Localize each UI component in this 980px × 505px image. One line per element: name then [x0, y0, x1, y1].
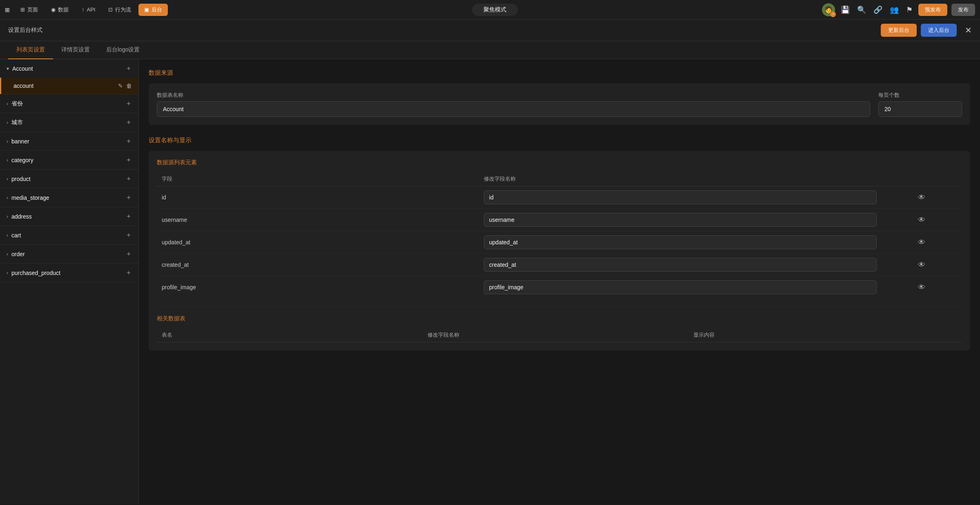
- tabs-bar: 列表页设置 详情页设置 后台logo设置: [0, 41, 980, 59]
- table-name-group: 数据表名称: [157, 92, 870, 117]
- field-value-input[interactable]: [484, 280, 877, 294]
- add-city-icon[interactable]: ＋: [125, 118, 132, 127]
- field-value-input[interactable]: [484, 258, 877, 272]
- visibility-toggle-button[interactable]: 👁: [918, 283, 925, 292]
- sidebar-group-order-header[interactable]: › order ＋: [0, 245, 138, 263]
- field-actions-cell: 👁: [882, 231, 962, 254]
- update-backend-button[interactable]: 更新后台: [881, 24, 917, 37]
- field-value-input[interactable]: [484, 190, 877, 204]
- pre-publish-button[interactable]: 预发布: [918, 4, 947, 16]
- api-icon: ↑: [82, 7, 85, 13]
- add-account-icon[interactable]: ＋: [125, 64, 132, 73]
- sidebar-group-address-header[interactable]: › address ＋: [0, 207, 138, 226]
- add-order-icon[interactable]: ＋: [125, 250, 132, 258]
- nav-center: 聚焦模式: [169, 4, 820, 16]
- sidebar-group-order: › order ＋: [0, 245, 138, 264]
- chevron-right-icon: ›: [7, 195, 8, 201]
- datasource-elements-label: 数据源列表元素: [157, 159, 962, 166]
- sidebar-group-cart: › cart ＋: [0, 226, 138, 245]
- table-name-label: 数据表名称: [157, 92, 870, 99]
- col-field-header: 字段: [157, 172, 479, 186]
- datasource-title: 数据来源: [149, 69, 970, 77]
- add-province-icon[interactable]: ＋: [125, 99, 132, 108]
- add-media-storage-icon[interactable]: ＋: [125, 193, 132, 202]
- sidebar-group-product: › product ＋: [0, 170, 138, 188]
- logo: ⊞: [5, 7, 10, 13]
- fields-table: 字段 修改字段名称 id 👁 username: [157, 172, 962, 298]
- nav-data[interactable]: ◉ 数据: [45, 4, 74, 16]
- enter-backend-button[interactable]: 进入后台: [921, 24, 957, 37]
- visibility-toggle-button[interactable]: 👁: [918, 261, 925, 269]
- content-area: 数据来源 数据表名称 每页个数 设置名称与显示 数据源列表元素: [139, 59, 980, 504]
- flag-icon-button[interactable]: ⚑: [904, 4, 914, 16]
- share-icon-button[interactable]: 👥: [888, 4, 900, 16]
- search-icon-button[interactable]: 🔍: [855, 4, 868, 16]
- add-purchased-product-icon[interactable]: ＋: [125, 268, 132, 277]
- field-value-input[interactable]: [484, 213, 877, 227]
- sidebar-item-account[interactable]: account ✎ 🗑: [0, 78, 138, 94]
- avatar: 🧑 +: [822, 3, 835, 16]
- sidebar-group-category-header[interactable]: › category ＋: [0, 151, 138, 169]
- add-cart-icon[interactable]: ＋: [125, 231, 132, 239]
- nav-api[interactable]: ↑ API: [76, 4, 101, 15]
- tab-detail-settings[interactable]: 详情页设置: [53, 41, 98, 59]
- sidebar-group-account-header[interactable]: ▾ Account ＋: [0, 59, 138, 78]
- logo-icon: ⊞: [5, 7, 10, 13]
- add-product-icon[interactable]: ＋: [125, 174, 132, 183]
- visibility-toggle-button[interactable]: 👁: [918, 193, 925, 202]
- chevron-right-icon: ›: [7, 251, 8, 257]
- edit-icon[interactable]: ✎: [118, 83, 123, 89]
- sidebar-group-banner: › banner ＋: [0, 132, 138, 151]
- chevron-right-icon: ›: [7, 232, 8, 238]
- sidebar-group-purchased-product-header[interactable]: › purchased_product ＋: [0, 264, 138, 282]
- avatar-badge: +: [830, 11, 836, 17]
- top-navigation: ⊞ ⊞ 页面 ◉ 数据 ↑ API ⊡ 行为流 ▣ 后台 聚焦模式 🧑 + 💾 …: [0, 0, 980, 20]
- col-table-header: 表名: [157, 328, 423, 342]
- link-icon-button[interactable]: 🔗: [872, 4, 884, 16]
- visibility-toggle-button[interactable]: 👁: [918, 238, 925, 247]
- table-row: updated_at 👁: [157, 231, 962, 254]
- per-page-input[interactable]: [878, 101, 962, 117]
- add-category-icon[interactable]: ＋: [125, 156, 132, 164]
- sidebar-group-city-header[interactable]: › 城市 ＋: [0, 113, 138, 132]
- save-icon-button[interactable]: 💾: [839, 4, 851, 16]
- table-name-input[interactable]: [157, 101, 870, 117]
- data-icon: ◉: [51, 7, 56, 13]
- field-value-cell: [479, 276, 882, 299]
- add-banner-icon[interactable]: ＋: [125, 137, 132, 145]
- subheader-actions: 更新后台 进入后台 ✕: [881, 24, 972, 37]
- col-modify-header: 修改字段名称: [479, 172, 882, 186]
- publish-button[interactable]: 发布: [951, 4, 975, 16]
- nav-flow[interactable]: ⊡ 行为流: [102, 4, 137, 16]
- chevron-down-icon: ▾: [7, 66, 9, 72]
- sidebar-group-media-storage: › media_storage ＋: [0, 188, 138, 207]
- sidebar-group-account: ▾ Account ＋ account ✎ 🗑: [0, 59, 138, 94]
- nav-backend[interactable]: ▣ 后台: [138, 4, 168, 16]
- sidebar-group-province-header[interactable]: › 省份 ＋: [0, 94, 138, 113]
- sidebar-group-purchased-product: › purchased_product ＋: [0, 264, 138, 282]
- field-value-cell: [479, 231, 882, 254]
- per-page-group: 每页个数: [878, 92, 962, 117]
- tab-list-settings[interactable]: 列表页设置: [8, 41, 53, 59]
- settings-section: 设置名称与显示 数据源列表元素 字段 修改字段名称 id: [149, 136, 970, 351]
- sidebar-group-city: › 城市 ＋: [0, 113, 138, 132]
- sidebar-group-cart-header[interactable]: › cart ＋: [0, 226, 138, 244]
- flow-icon: ⊡: [108, 7, 113, 13]
- tab-logo-settings[interactable]: 后台logo设置: [98, 41, 148, 59]
- field-actions-cell: 👁: [882, 254, 962, 276]
- sidebar-group-media-storage-header[interactable]: › media_storage ＋: [0, 188, 138, 207]
- field-name-cell: profile_image: [157, 276, 479, 299]
- close-button[interactable]: ✕: [965, 24, 972, 37]
- chevron-right-icon: ›: [7, 101, 8, 107]
- table-row: id 👁: [157, 186, 962, 209]
- sidebar-group-product-header[interactable]: › product ＋: [0, 170, 138, 188]
- focus-mode-button[interactable]: 聚焦模式: [472, 4, 518, 16]
- visibility-toggle-button[interactable]: 👁: [918, 216, 925, 224]
- nav-pages[interactable]: ⊞ 页面: [15, 4, 44, 16]
- field-value-input[interactable]: [484, 235, 877, 249]
- add-address-icon[interactable]: ＋: [125, 212, 132, 221]
- field-name-cell: username: [157, 209, 479, 231]
- sidebar-group-banner-header[interactable]: › banner ＋: [0, 132, 138, 150]
- delete-icon[interactable]: 🗑: [126, 83, 132, 89]
- chevron-right-icon: ›: [7, 214, 8, 219]
